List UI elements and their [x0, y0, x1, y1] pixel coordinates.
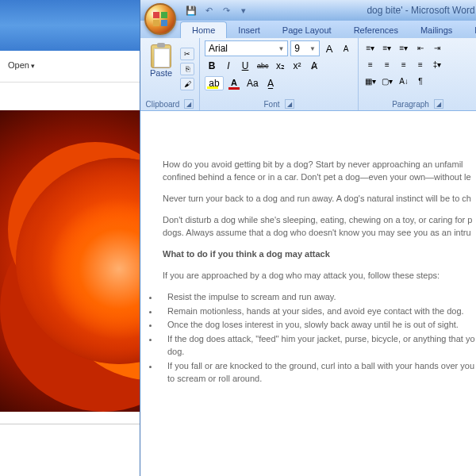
ribbon-tabs: Home Insert Page Layout References Maili…: [140, 21, 476, 38]
list-item: If you fall or are knocked to the ground…: [159, 360, 476, 386]
tab-home[interactable]: Home: [180, 21, 227, 38]
chevron-down-icon: ▼: [278, 45, 284, 52]
copy-button[interactable]: ⎘: [180, 63, 194, 75]
redo-icon[interactable]: ↷: [220, 4, 232, 17]
font-launcher-icon[interactable]: ◢: [285, 99, 294, 109]
justify-button[interactable]: ≡: [413, 57, 428, 71]
show-marks-button[interactable]: ¶: [413, 74, 428, 88]
tab-insert[interactable]: Insert: [227, 22, 271, 38]
tab-page-layout[interactable]: Page Layout: [271, 22, 343, 38]
tab-mailings[interactable]: Mailings: [409, 22, 463, 38]
heading: What to do if you think a dog may attack: [163, 248, 476, 261]
clipboard-icon: [151, 44, 171, 68]
change-case-button[interactable]: Aa: [244, 76, 261, 90]
office-logo-icon: [153, 12, 167, 26]
shrink-font-button[interactable]: A: [339, 41, 353, 56]
strike-button[interactable]: abc: [255, 59, 271, 73]
paragraph: Don't disturb a dog while she's sleeping…: [163, 214, 476, 240]
qat-more-icon[interactable]: ▾: [237, 4, 250, 17]
paragraph-launcher-icon[interactable]: ◢: [434, 99, 443, 109]
chevron-down-icon: ▼: [309, 45, 316, 52]
font-color-button[interactable]: A: [226, 75, 242, 91]
photo-area: [0, 83, 143, 424]
borders-button[interactable]: ▢▾: [380, 74, 394, 88]
ribbon: Paste ✂ ⎘ 🖌 Clipboard◢ Arial▼ 9▼ A A: [140, 38, 476, 111]
photo-viewer-titlebar: [0, 0, 143, 51]
subscript-button[interactable]: x₂: [274, 59, 288, 73]
group-clipboard: Paste ✂ ⎘ 🖌 Clipboard◢: [140, 38, 200, 110]
align-left-button[interactable]: ≡: [363, 57, 378, 71]
photo-viewer-window: Open: [0, 0, 143, 476]
save-icon[interactable]: 💾: [185, 4, 198, 17]
font-size-select[interactable]: 9▼: [290, 40, 320, 56]
list-item: If the dog does attack, "feed" him your …: [159, 333, 476, 359]
paste-label: Paste: [150, 68, 172, 78]
document-body[interactable]: How do you avoid getting bit by a dog? S…: [140, 111, 476, 476]
superscript-button[interactable]: x²: [290, 59, 305, 73]
photo-viewer-toolbar: Open: [0, 51, 143, 83]
highlight-button[interactable]: ab: [205, 76, 224, 90]
paragraph: Never turn your back to a dog and run aw…: [163, 193, 476, 205]
group-paragraph: ≡▾ ≡▾ ≡▾ ⇤ ⇥ ≡ ≡ ≡ ≡ ‡▾ ▦▾ ▢▾ A↓ ¶: [359, 38, 476, 110]
shading-button[interactable]: ▦▾: [363, 74, 378, 88]
paste-button[interactable]: Paste: [145, 40, 177, 98]
paragraph: If you are approached by a dog who may a…: [163, 270, 476, 282]
group-font: Arial▼ 9▼ A A B I U abc x₂ x² A̷ ab A: [200, 38, 359, 110]
multilevel-button[interactable]: ≡▾: [397, 40, 411, 55]
font-group-label: Font: [263, 100, 279, 109]
list-item: Once the dog loses interest in you, slow…: [159, 319, 476, 332]
numbering-button[interactable]: ≡▾: [380, 40, 394, 55]
tab-review[interactable]: Review: [463, 22, 476, 38]
format-painter-button[interactable]: 🖌: [180, 78, 194, 90]
underline-button[interactable]: U: [238, 59, 252, 73]
office-button[interactable]: [144, 3, 176, 35]
italic-button[interactable]: I: [221, 59, 236, 73]
open-menu[interactable]: Open: [8, 60, 35, 70]
quick-access-toolbar: 💾 ↶ ↷ ▾: [185, 4, 250, 17]
indent-inc-button[interactable]: ⇥: [430, 40, 444, 55]
grow-font-button[interactable]: A: [322, 41, 336, 56]
cut-button[interactable]: ✂: [180, 48, 194, 60]
list-item: Remain motionless, hands at your sides, …: [159, 305, 476, 318]
clipboard-launcher-icon[interactable]: ◢: [184, 99, 194, 109]
align-right-button[interactable]: ≡: [397, 57, 411, 71]
word-window: 💾 ↶ ↷ ▾ dog bite' - Microsoft Word Home …: [140, 0, 476, 476]
tab-references[interactable]: References: [343, 22, 409, 38]
char-border-button[interactable]: A̲: [263, 76, 278, 90]
paragraph-group-label: Paragraph: [392, 100, 429, 109]
clear-format-button[interactable]: A̷: [307, 59, 321, 73]
indent-dec-button[interactable]: ⇤: [413, 40, 428, 55]
word-titlebar: 💾 ↶ ↷ ▾ dog bite' - Microsoft Word: [140, 0, 476, 21]
bullets-button[interactable]: ≡▾: [363, 40, 378, 55]
photo-viewer-footer: [0, 424, 143, 476]
paragraph: How do you avoid getting bit by a dog? S…: [163, 159, 476, 184]
list-item: Resist the impulse to scream and run awa…: [159, 291, 476, 304]
bullet-list: Resist the impulse to scream and run awa…: [163, 291, 476, 386]
bold-button[interactable]: B: [205, 59, 219, 73]
sort-button[interactable]: A↓: [397, 74, 411, 88]
flower-photo: [0, 110, 143, 412]
clipboard-group-label: Clipboard: [146, 100, 180, 109]
line-spacing-button[interactable]: ‡▾: [430, 57, 444, 71]
font-name-select[interactable]: Arial▼: [205, 40, 288, 56]
document-title: dog bite' - Microsoft Word: [250, 5, 476, 16]
align-center-button[interactable]: ≡: [380, 57, 394, 71]
undo-icon[interactable]: ↶: [202, 4, 215, 17]
